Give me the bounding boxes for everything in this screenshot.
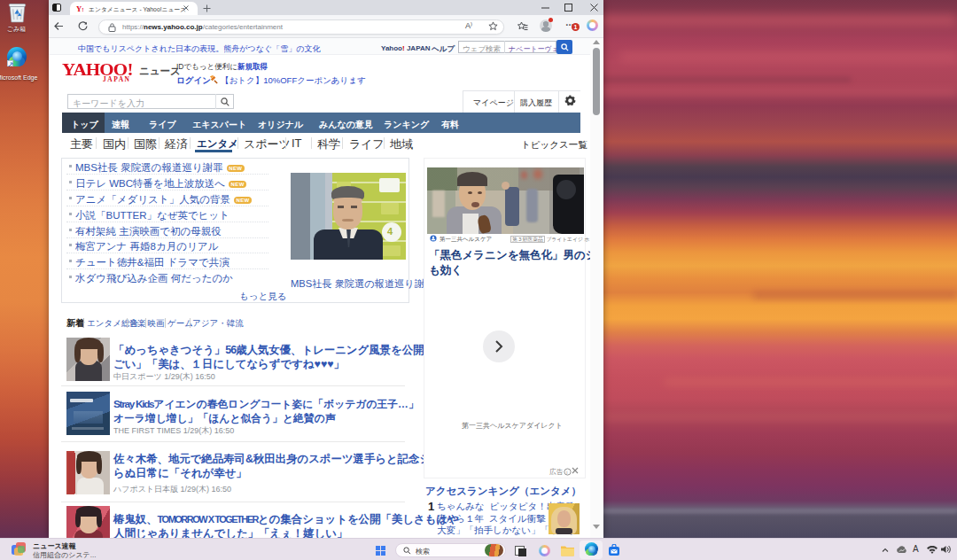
svg-text:i: i (566, 470, 567, 475)
